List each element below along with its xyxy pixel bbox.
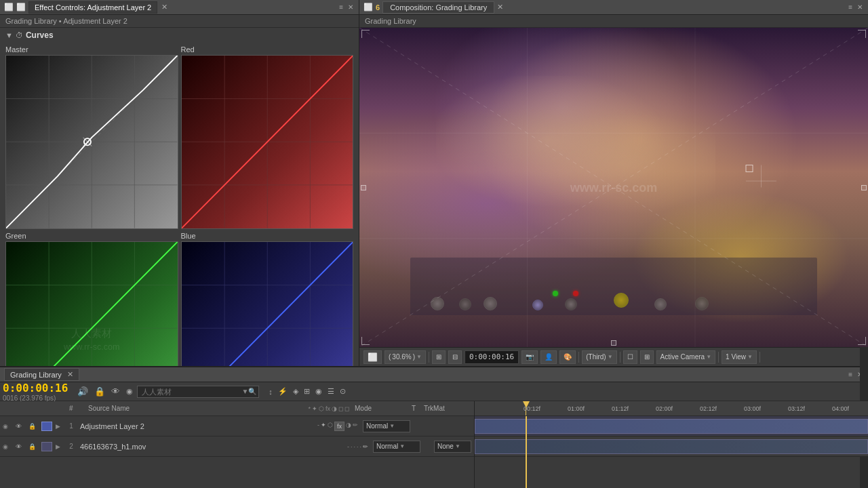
ruler-label-0200: 02:00f <box>656 405 673 412</box>
layer2-name: 466163673_h1.mov <box>80 443 345 451</box>
timeline-ruler[interactable]: 00:12f 01:00f 01:12f 02:00f 02:12f 03:00… <box>475 401 868 416</box>
zoom-value: 30.6% <box>392 353 411 361</box>
svg-text:www.rr-sc.com: www.rr-sc.com <box>63 342 120 352</box>
track-row-1[interactable] <box>475 416 868 436</box>
panel-icon-2: ⬜ <box>16 3 26 12</box>
layer2-mode-select[interactable]: Normal ▼ <box>373 441 420 453</box>
curve-canvas-blue[interactable] <box>181 241 354 367</box>
track-row-2[interactable] <box>475 436 868 457</box>
layer2-lock-btn[interactable]: 🔒 <box>28 443 39 450</box>
layer2-solo-btn[interactable]: ◉ <box>3 443 14 450</box>
col-source-name: Source Name <box>85 405 305 412</box>
search-dropdown-icon[interactable]: ▼ <box>241 388 248 395</box>
ruler-label-0212: 02:12f <box>700 405 717 412</box>
track-bar-1 <box>475 419 868 434</box>
comp-viewport: www.rr-sc.com <box>359 28 868 347</box>
comp-color-icon-btn[interactable]: 🎨 <box>559 350 576 364</box>
layer1-switches: - ✦ ⬡ fx ◑ ✏ <box>317 422 358 431</box>
comp-title: Composition: Grading Library <box>390 3 487 12</box>
curves-collapse-arrow[interactable]: ▼ <box>5 31 13 39</box>
toolbar-separator-5 <box>760 352 760 363</box>
comp-tab-close[interactable]: ✕ <box>497 3 503 12</box>
comp-timecode-display[interactable]: 0:00:00:16 <box>465 350 519 364</box>
curve-canvas-red[interactable] <box>181 55 354 229</box>
view-text: (Third) <box>586 353 606 361</box>
track-bar-2 <box>475 439 868 454</box>
timeline-eye-btn[interactable]: 👁 <box>109 386 122 397</box>
layer2-trkmat-select[interactable]: None ▼ <box>434 441 471 453</box>
panel-menu-icon[interactable]: ≡ <box>338 3 344 12</box>
layer2-expand-arrow[interactable]: ▶ <box>56 443 62 450</box>
timeline-tool-1[interactable]: ↕ <box>267 386 275 396</box>
layer1-name: Adjustment Layer 2 <box>80 422 315 430</box>
comp-check2-btn[interactable]: ⊞ <box>640 350 654 364</box>
view-count-text: 1 View <box>726 353 746 361</box>
timeline-timecode[interactable]: 0:00:00:16 <box>3 382 68 394</box>
layer2-trkmat-arrow: ▼ <box>455 443 460 449</box>
comp-panel-expand[interactable]: ✕ <box>856 3 864 12</box>
layer1-eye-btn[interactable]: 👁 <box>16 423 26 430</box>
effect-controls-panel: ⬜ ⬜ Effect Controls: Adjustment Layer 2 … <box>0 0 359 366</box>
layer2-mode-value: Normal <box>376 443 398 450</box>
panel-icons: ≡ ✕ <box>338 3 355 12</box>
composition-panel: ⬜ 6 Composition: Grading Library ✕ ≡ ✕ G… <box>359 0 868 366</box>
comp-breadcrumb-text: Grading Library <box>365 17 416 25</box>
col-trkmat: TrkMat <box>424 405 471 412</box>
curve-label-red: Red <box>181 45 354 54</box>
layer2-mode-arrow: ▼ <box>399 443 405 449</box>
timeline-search-input[interactable] <box>137 386 259 398</box>
comp-camera-icon-btn[interactable]: 📷 <box>521 350 538 364</box>
layer1-solo-btn[interactable]: ◉ <box>3 423 14 430</box>
view-dropdown-arrow: ▼ <box>608 354 613 360</box>
comp-person-icon-btn[interactable]: 👤 <box>540 350 557 364</box>
col-switches: * ✦ ⬡ fx ◑ ◻ ◻ <box>308 405 349 412</box>
timeline-tab-close[interactable]: ✕ <box>67 370 73 379</box>
comp-panel-header: ⬜ 6 Composition: Grading Library ✕ ≡ ✕ <box>359 0 868 15</box>
curve-panel-green: Green 人人素材 ww <box>5 232 178 367</box>
comp-screenshot-btn[interactable]: ⬜ <box>363 350 382 364</box>
layer1-mode-arrow: ▼ <box>389 423 395 429</box>
tab-close-icon[interactable]: ✕ <box>161 3 167 12</box>
layer1-fx-label[interactable]: fx <box>334 422 344 431</box>
curve-panel-red: Red <box>181 45 354 229</box>
timeline-tool-6[interactable]: ☰ <box>326 386 336 396</box>
table-row[interactable]: ◉ 👁 🔒 ▶ 2 466163673_h1.mov <box>0 436 474 457</box>
curve-canvas-green[interactable]: 人人素材 www.rr-sc.com <box>5 241 178 367</box>
curve-canvas-master[interactable] <box>5 55 178 229</box>
layer1-expand-arrow[interactable]: ▶ <box>56 423 62 430</box>
layer1-number: 1 <box>64 422 78 430</box>
timeline-tab-label: Grading Library <box>10 371 62 379</box>
comp-panel-menu[interactable]: ≡ <box>847 3 854 12</box>
layer2-eye-btn[interactable]: 👁 <box>16 443 26 450</box>
ruler-label-0312: 03:12f <box>788 405 805 412</box>
comp-check1-btn[interactable]: ☐ <box>623 350 637 364</box>
effect-controls-content: ▼ ⏱ Curves Master <box>0 28 359 366</box>
effect-controls-tab[interactable]: Effect Controls: Adjustment Layer 2 <box>28 1 157 14</box>
comp-zoom-btn[interactable]: ( 30.6% ) ▼ <box>384 350 426 364</box>
comp-view-selector[interactable]: (Third) ▼ <box>582 350 616 364</box>
toolbar-separator-2 <box>578 352 579 363</box>
ruler-label-0100: 01:00f <box>568 405 585 412</box>
layer1-mode-select[interactable]: Normal ▼ <box>363 420 410 432</box>
composition-tab[interactable]: Composition: Grading Library <box>382 1 494 14</box>
zoom-icon-close: ) <box>413 353 415 361</box>
panel-expand-icon[interactable]: ✕ <box>347 3 355 12</box>
left-panel-header: ⬜ ⬜ Effect Controls: Adjustment Layer 2 … <box>0 0 359 15</box>
table-row[interactable]: ◉ 👁 🔒 ▶ 1 Adjustment Layer 2 <box>0 416 474 436</box>
timeline-tool-5[interactable]: ◉ <box>313 386 324 396</box>
timeline-audio-btn[interactable]: 🔊 <box>75 386 90 397</box>
timeline-tool-4[interactable]: ⊞ <box>302 386 312 396</box>
breadcrumb: Grading Library • Adjustment Layer 2 <box>0 15 359 28</box>
timeline-menu-icon[interactable]: ≡ <box>847 370 854 379</box>
timeline-solo-btn[interactable]: ◉ <box>124 386 135 396</box>
comp-view-count-btn[interactable]: 1 View ▼ <box>722 350 757 364</box>
layer1-lock-btn[interactable]: 🔒 <box>28 423 39 430</box>
timeline-lock-btn[interactable]: 🔒 <box>92 386 107 397</box>
timeline-tool-2[interactable]: ⚡ <box>276 386 290 396</box>
timeline-tool-3[interactable]: ◈ <box>291 386 300 396</box>
timeline-tab[interactable]: Grading Library ✕ <box>4 368 79 381</box>
grid-btn-1[interactable]: ⊞ <box>432 350 446 364</box>
comp-active-camera-btn[interactable]: Active Camera ▼ <box>656 350 716 364</box>
timeline-tool-7[interactable]: ⊙ <box>338 386 348 396</box>
grid-btn-2[interactable]: ⊟ <box>448 350 462 364</box>
